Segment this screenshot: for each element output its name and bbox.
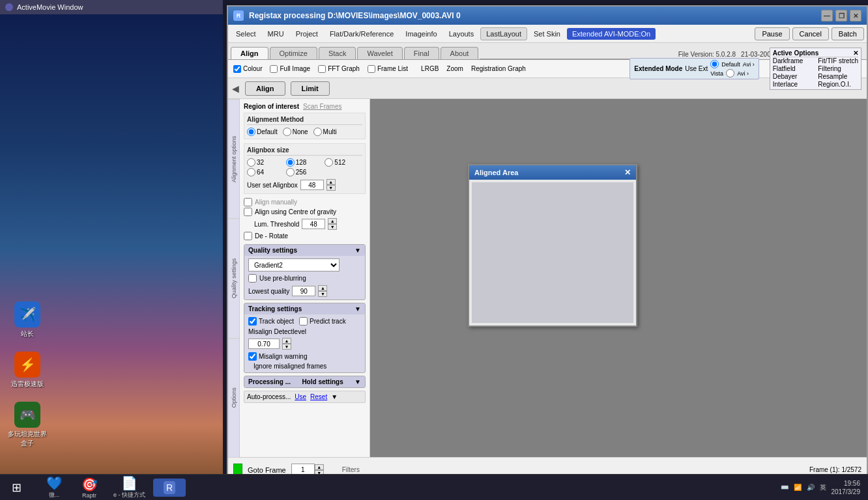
none-radio-label[interactable]: None	[283, 128, 308, 136]
tab-final[interactable]: Final	[404, 47, 439, 59]
predict-track-checkbox[interactable]	[299, 317, 308, 326]
size256-label[interactable]: 256	[286, 168, 324, 176]
default-radio[interactable]	[710, 60, 719, 68]
processing-header[interactable]: Processing ... Hold settings ▼	[244, 376, 365, 387]
alignbox-spinner: ▲ ▼	[326, 179, 336, 191]
lum-threshold-input[interactable]	[302, 219, 325, 229]
align-button[interactable]: Align	[245, 81, 285, 96]
align-manually-label[interactable]: Align manually	[244, 198, 366, 206]
misalign-warning-label[interactable]: Misalign warning	[248, 352, 361, 361]
taskbar-item-e[interactable]: 📄 e - 快捷方式	[108, 473, 151, 500]
menu-imageinfo[interactable]: Imageinfo	[400, 28, 442, 40]
size64-radio[interactable]	[247, 168, 255, 176]
tab-stack[interactable]: Stack	[319, 47, 356, 59]
size512-radio[interactable]	[325, 158, 333, 167]
tab-wavelet[interactable]: Wavelet	[357, 47, 402, 59]
taskbar-item-microsoft[interactable]: 💙 微...	[38, 473, 70, 500]
frame-list-checkbox-label[interactable]: Frame List	[368, 65, 408, 73]
size512-label[interactable]: 512	[325, 158, 362, 167]
default-radio-label[interactable]: Default	[247, 128, 278, 136]
minimize-button[interactable]: —	[821, 10, 833, 21]
size32-label[interactable]: 32	[247, 158, 285, 167]
desktop-icon-thunder[interactable]: ⚡ 迅雷极速版	[7, 352, 48, 389]
menu-set-skin[interactable]: Set Skin	[528, 28, 566, 40]
size128-label[interactable]: 128	[286, 158, 324, 167]
size128-radio[interactable]	[286, 158, 295, 167]
active-options-close[interactable]: ✕	[853, 49, 858, 57]
menu-project[interactable]: Project	[291, 28, 323, 40]
align-cog-checkbox[interactable]	[244, 208, 252, 216]
size32-radio[interactable]	[247, 158, 255, 167]
desktop-icon-tank[interactable]: 🎮 多玩坦克世界盒子	[7, 402, 48, 448]
misalign-input[interactable]	[248, 339, 280, 349]
preblurring-checkbox[interactable]	[248, 274, 257, 283]
frame-spin-up[interactable]: ▲	[315, 464, 324, 470]
taskbar: ⊞ 💙 微... 🎯 Raptr 📄 e - 快捷方式 R ⌨️ 📶 🔊 英 1…	[0, 474, 868, 500]
dialog-close-button[interactable]: ✕	[624, 168, 631, 177]
menu-last-layout[interactable]: LastLayout	[480, 27, 527, 40]
align-manually-checkbox[interactable]	[244, 198, 252, 206]
desktop-icon-zhan[interactable]: ✈️ 站长	[7, 301, 48, 339]
de-rotate-label[interactable]: De - Rotate	[244, 232, 366, 240]
tab-align[interactable]: Align	[231, 47, 268, 59]
align-multi-radio[interactable]	[313, 128, 322, 136]
lum-spinner: ▲ ▼	[328, 218, 337, 230]
avi2-radio[interactable]	[726, 69, 734, 77]
menu-select[interactable]: Select	[231, 28, 261, 40]
pause-button[interactable]: Pause	[755, 27, 789, 40]
taskbar-item-raptr[interactable]: 🎯 Raptr	[73, 474, 106, 501]
align-cog-label[interactable]: Align using Centre of gravity	[244, 208, 366, 216]
cancel-button[interactable]: Cancel	[792, 27, 829, 40]
track-object-checkbox[interactable]	[248, 317, 257, 326]
fft-graph-checkbox-label[interactable]: FFT Graph	[318, 65, 360, 73]
menu-extended-avi[interactable]: Extended AVI-MODE:On	[567, 28, 656, 40]
de-rotate-checkbox[interactable]	[244, 232, 252, 240]
batch-button[interactable]: Batch	[832, 27, 864, 40]
menu-flat-dark[interactable]: Flat/Dark/Reference	[325, 28, 399, 40]
misalign-spin-down[interactable]: ▼	[282, 344, 291, 350]
menu-layouts[interactable]: Layouts	[444, 28, 480, 40]
misalign-spin-up[interactable]: ▲	[282, 338, 291, 344]
predict-track-label[interactable]: Predict track	[299, 317, 346, 326]
tab-about[interactable]: About	[441, 47, 479, 59]
side-quality-settings[interactable]: Quality settings	[228, 218, 239, 337]
collapse-arrow[interactable]: ◀	[231, 83, 240, 94]
tab-optimize[interactable]: Optimize	[270, 47, 317, 59]
full-image-checkbox-label[interactable]: Full Image	[270, 65, 310, 73]
multi-radio-label[interactable]: Multi	[313, 128, 337, 136]
close-button[interactable]: ✕	[850, 10, 861, 21]
restore-button[interactable]: ❐	[835, 10, 847, 21]
frame-list-checkbox[interactable]	[368, 65, 375, 73]
menu-mru[interactable]: MRU	[263, 28, 289, 40]
align-default-radio[interactable]	[247, 128, 255, 136]
limit-button[interactable]: Limit	[291, 81, 330, 96]
side-alignment-options[interactable]: Alignment options	[228, 99, 239, 218]
quality-method-select[interactable]: Gradient2	[248, 258, 340, 271]
start-button[interactable]: ⊞	[0, 475, 33, 501]
alignbox-spin-up[interactable]: ▲	[326, 179, 336, 185]
track-object-label[interactable]: Track object	[248, 317, 294, 326]
fft-graph-checkbox[interactable]	[318, 65, 326, 73]
lq-spin-down[interactable]: ▼	[318, 291, 327, 297]
lum-spin-down[interactable]: ▼	[328, 224, 337, 230]
user-alignbox-input[interactable]	[300, 180, 324, 190]
lowest-quality-input[interactable]	[292, 286, 315, 296]
tracking-settings-header[interactable]: Tracking settings ▼	[244, 303, 365, 314]
taskbar-item-registax[interactable]: R	[153, 479, 186, 497]
align-none-radio[interactable]	[283, 128, 291, 136]
dialog-title-text: Aligned Area	[474, 169, 518, 176]
size64-label[interactable]: 64	[247, 168, 285, 176]
full-image-checkbox[interactable]	[270, 65, 278, 73]
zoom-label: Zoom	[446, 65, 463, 72]
window-title: Registax processing D:\MOVIES\images\MOV…	[249, 11, 821, 20]
lq-spin-up[interactable]: ▲	[318, 285, 327, 291]
colour-checkbox[interactable]	[233, 65, 241, 73]
colour-checkbox-label[interactable]: Colour	[233, 65, 262, 73]
quality-settings-header[interactable]: Quality settings ▼	[244, 245, 365, 256]
lum-spin-up[interactable]: ▲	[328, 218, 337, 224]
preblurring-label[interactable]: Use pre-blurring	[248, 274, 361, 283]
misalign-warning-checkbox[interactable]	[248, 352, 257, 361]
side-options[interactable]: Options	[228, 338, 239, 457]
alignbox-spin-down[interactable]: ▼	[326, 185, 336, 191]
size256-radio[interactable]	[286, 168, 295, 176]
